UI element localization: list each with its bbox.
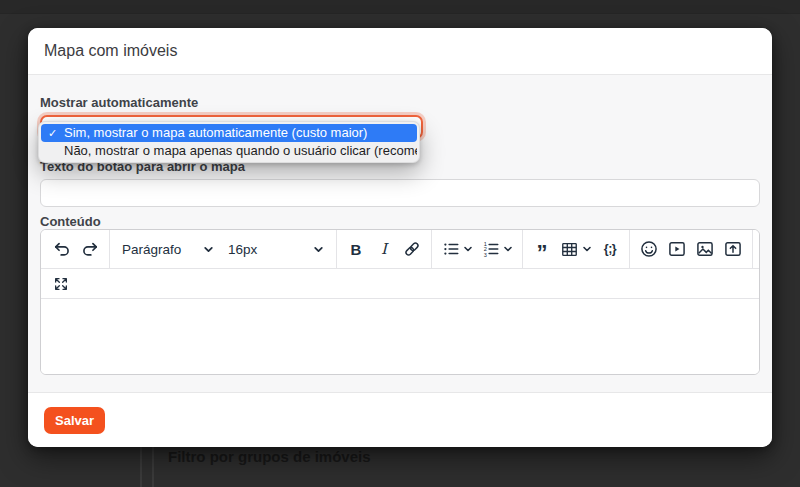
dropdown-option-nao[interactable]: Não, mostrar o mapa apenas quando o usuá… <box>41 142 417 160</box>
show-auto-label: Mostrar automaticamente <box>40 95 760 111</box>
dropdown-option-label: Sim, mostrar o mapa automaticamente (cus… <box>64 125 367 140</box>
clear-formatting-button[interactable]: Tx <box>759 236 760 262</box>
numbered-list-button[interactable]: 123 <box>478 236 516 262</box>
upload-image-button[interactable] <box>720 236 746 262</box>
modal-header: Mapa com imóveis <box>28 28 772 75</box>
media-group <box>630 230 753 268</box>
block-group: ” {;} <box>523 230 630 268</box>
dropdown-option-label: Não, mostrar o mapa apenas quando o usuá… <box>64 143 417 158</box>
table-icon <box>560 240 579 259</box>
editor-toolbar-row2 <box>41 269 759 299</box>
media-icon <box>667 239 687 259</box>
image-icon <box>695 239 715 259</box>
image-button[interactable] <box>692 236 718 262</box>
editor-toolbar: Parágrafo 16px B I <box>41 230 759 269</box>
chevron-down-icon <box>503 244 513 254</box>
emoji-icon <box>639 239 659 259</box>
paragraph-style-dropdown[interactable]: Parágrafo <box>116 236 220 262</box>
link-icon <box>402 239 422 259</box>
chevron-down-icon <box>313 244 324 255</box>
map-button-text-input[interactable] <box>40 179 760 207</box>
undo-icon <box>52 239 72 259</box>
numbered-list-icon: 123 <box>482 240 500 258</box>
blockquote-icon: ” <box>537 248 548 258</box>
bullet-list-icon <box>442 240 460 258</box>
media-button[interactable] <box>664 236 690 262</box>
italic-button[interactable]: I <box>371 236 397 262</box>
list-group: 123 <box>432 230 523 268</box>
emoji-button[interactable] <box>636 236 662 262</box>
chevron-down-icon <box>203 244 214 255</box>
upload-icon <box>723 239 743 259</box>
bold-icon: B <box>351 241 362 258</box>
save-button[interactable]: Salvar <box>44 407 105 434</box>
modal-title: Mapa com imóveis <box>44 42 177 60</box>
screen: Filtro por grupos de imóveis Mapa com im… <box>0 0 800 487</box>
redo-icon <box>80 239 100 259</box>
format-group: Parágrafo 16px <box>110 230 337 268</box>
fullscreen-icon <box>53 276 69 292</box>
undo-button[interactable] <box>49 236 75 262</box>
chevron-down-icon <box>582 244 592 254</box>
blockquote-button[interactable]: ” <box>529 236 555 262</box>
background-top-bar <box>0 0 800 14</box>
font-size-label: 16px <box>228 242 257 257</box>
bold-button[interactable]: B <box>343 236 369 262</box>
link-button[interactable] <box>399 236 425 262</box>
font-size-dropdown[interactable]: 16px <box>222 236 330 262</box>
clear-format-group: Tx <box>753 230 760 268</box>
modal-footer: Salvar <box>28 392 772 447</box>
svg-text:3: 3 <box>483 252 486 258</box>
code-sample-button[interactable]: {;} <box>597 236 623 262</box>
rich-text-editor: Parágrafo 16px B I <box>40 229 760 375</box>
checkmark-icon: ✓ <box>48 124 57 142</box>
italic-icon: I <box>381 240 387 258</box>
select-dropdown-menu: ✓ Sim, mostrar o mapa automaticamente (c… <box>38 121 420 163</box>
chevron-down-icon <box>463 244 473 254</box>
content-label: Conteúdo <box>40 215 760 229</box>
bullet-list-button[interactable] <box>438 236 476 262</box>
editor-content-area[interactable] <box>41 299 759 375</box>
background-divider <box>140 447 142 487</box>
fullscreen-button[interactable] <box>49 272 73 296</box>
redo-button[interactable] <box>77 236 103 262</box>
paragraph-style-label: Parágrafo <box>122 242 181 257</box>
text-style-group: B I <box>337 230 432 268</box>
code-sample-icon: {;} <box>604 242 616 256</box>
dropdown-option-sim[interactable]: ✓ Sim, mostrar o mapa automaticamente (c… <box>41 124 417 142</box>
map-settings-modal: Mapa com imóveis Mostrar automaticamente… <box>28 28 772 447</box>
background-section-title: Filtro por grupos de imóveis <box>168 448 371 465</box>
table-button[interactable] <box>557 236 595 262</box>
history-group <box>43 230 110 268</box>
background-divider <box>152 447 154 487</box>
